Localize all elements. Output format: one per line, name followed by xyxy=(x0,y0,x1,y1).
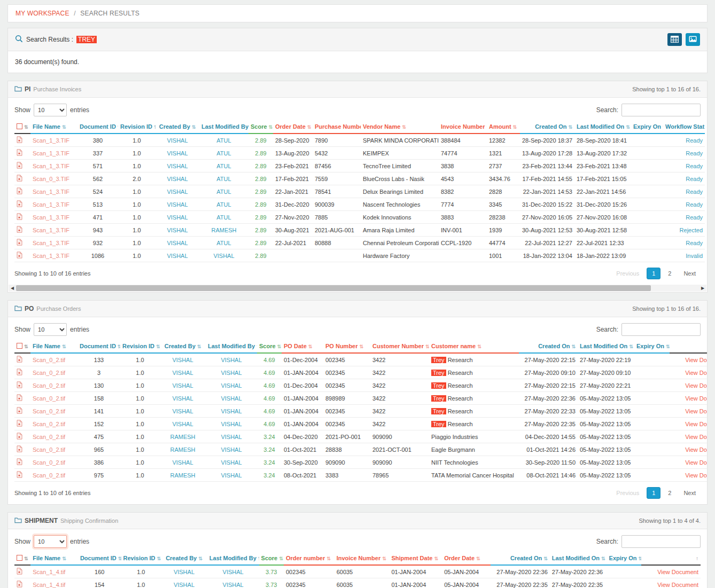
column-header-vendor-name[interactable]: Vendor Name⇅ xyxy=(361,121,439,134)
column-header-document-id[interactable]: Document ID⇅ xyxy=(77,341,120,353)
cell-view-document[interactable]: View Document xyxy=(670,405,707,418)
page-number-1[interactable]: 1 xyxy=(647,268,660,279)
document-file-icon[interactable] xyxy=(14,456,30,469)
cell-view-document[interactable]: View Document xyxy=(670,353,707,366)
column-header-created-by[interactable]: Created By⇅ xyxy=(160,341,206,353)
document-file-icon[interactable] xyxy=(14,578,30,588)
cell-file-name[interactable]: Scan_1_3.TIF xyxy=(30,134,77,147)
cell-file-name[interactable]: Scan_0_2.tif xyxy=(30,443,77,456)
document-file-icon[interactable] xyxy=(14,147,30,160)
column-header-po-date[interactable]: PO Date⇅ xyxy=(282,341,323,353)
document-file-icon[interactable] xyxy=(14,430,30,443)
cell-view-document[interactable]: View Document xyxy=(641,578,701,588)
column-header-last-modified-on[interactable]: Last Modified On⇅ xyxy=(578,341,634,353)
document-file-icon[interactable] xyxy=(14,392,30,405)
scroll-left-arrow-icon[interactable]: ◀ xyxy=(9,286,16,291)
document-file-icon[interactable] xyxy=(14,565,30,578)
page-size-select[interactable]: 10 xyxy=(34,104,67,116)
page-number-2[interactable]: 2 xyxy=(663,488,676,498)
column-header-customer-number[interactable]: Customer Number⇅ xyxy=(370,341,429,353)
column-header-last-modified-by[interactable]: Last Modified By⇅ xyxy=(206,341,257,353)
column-header-shipment-date[interactable]: Shipment Date⇅ xyxy=(389,553,442,565)
column-header-order-number[interactable]: Order number⇅ xyxy=(284,553,335,565)
select-all-checkbox[interactable] xyxy=(17,123,22,129)
page-size-select[interactable]: 10 xyxy=(34,535,67,548)
document-file-icon[interactable] xyxy=(14,469,30,482)
table-search-input[interactable] xyxy=(621,323,701,336)
column-header-score[interactable]: Score⇅ xyxy=(248,121,273,134)
document-file-icon[interactable] xyxy=(14,443,30,456)
page-number-1[interactable]: 1 xyxy=(647,487,660,499)
table-view-button[interactable] xyxy=(667,33,682,46)
document-file-icon[interactable] xyxy=(14,366,30,379)
cell-file-name[interactable]: Scan_1_3.TIF xyxy=(30,147,77,160)
cell-file-name[interactable]: Scan_1_3.TIF xyxy=(30,237,77,249)
cell-file-name[interactable]: Scan_0_2.tif xyxy=(30,469,77,482)
document-file-icon[interactable] xyxy=(14,249,30,262)
column-header-po-number[interactable]: PO Number⇅ xyxy=(323,341,370,353)
select-all-checkbox[interactable] xyxy=(17,343,22,349)
document-file-icon[interactable] xyxy=(14,198,30,211)
column-header-expiry-on[interactable]: Expiry On⇅ xyxy=(631,121,663,134)
column-header-invoice-number[interactable]: Invoice Number⇅ xyxy=(439,121,487,134)
document-file-icon[interactable] xyxy=(14,185,30,198)
document-file-icon[interactable] xyxy=(14,224,30,237)
column-header-file-name[interactable]: File Name⇅ xyxy=(30,121,77,134)
cell-file-name[interactable]: Scan_0_2.tif xyxy=(30,456,77,469)
cell-file-name[interactable]: Scan_0_2.tif xyxy=(30,366,77,379)
select-all-checkbox[interactable] xyxy=(17,555,22,561)
column-header-order-date[interactable]: Order Date⇅ xyxy=(273,121,313,134)
cell-view-document[interactable]: View Document xyxy=(670,392,707,405)
column-header-created-on[interactable]: Created On⇅ xyxy=(491,553,550,565)
column-header-invoice-number[interactable]: Invoice Number⇅ xyxy=(335,553,390,565)
cell-file-name[interactable]: Scan_1_3.TIF xyxy=(30,198,77,211)
page-size-select[interactable]: 10 xyxy=(34,323,67,336)
cell-view-document[interactable]: View Document xyxy=(670,430,707,443)
scroll-right-arrow-icon[interactable]: ▶ xyxy=(699,286,706,291)
document-file-icon[interactable] xyxy=(14,211,30,224)
cell-file-name[interactable]: Scan_1_3.TIF xyxy=(30,160,77,173)
cell-file-name[interactable]: Scan_0_3.TIF xyxy=(30,173,77,185)
page-number-2[interactable]: 2 xyxy=(663,268,676,279)
column-header-created-on[interactable]: Created On⇅ xyxy=(519,341,578,353)
next-page-button[interactable]: Next xyxy=(679,488,701,498)
cell-view-document[interactable]: View Document xyxy=(670,366,707,379)
scrollbar-thumb[interactable] xyxy=(16,285,651,291)
column-header-workflow-stat[interactable]: Workflow Stat⇅ xyxy=(663,121,705,134)
cell-view-document[interactable]: View Document xyxy=(670,469,707,482)
document-file-icon[interactable] xyxy=(14,173,30,185)
column-header-last-modified-on[interactable]: Last Modified On⇅ xyxy=(550,553,607,565)
column-header-document-id[interactable]: Document ID⇅ xyxy=(77,121,118,134)
column-header-file-name[interactable]: File Name⇅ xyxy=(30,341,77,353)
column-header-revision-id[interactable]: Revision ID⇅ xyxy=(120,341,160,353)
column-header-revision-id[interactable]: Revision ID⇅ xyxy=(118,121,156,134)
cell-file-name[interactable]: Scan_1_4.tif xyxy=(30,578,78,588)
table-search-input[interactable] xyxy=(621,104,701,116)
cell-file-name[interactable]: Scan_1_3.TIF xyxy=(30,249,77,262)
cell-view-document[interactable]: View Document xyxy=(670,379,707,392)
table-search-input[interactable] xyxy=(621,535,701,548)
column-header-score[interactable]: Score⇅ xyxy=(257,341,282,353)
next-page-button[interactable]: Next xyxy=(679,268,701,279)
cell-file-name[interactable]: Scan_1_4.tif xyxy=(30,565,78,578)
cell-file-name[interactable]: Scan_0_2.tif xyxy=(30,353,77,366)
document-file-icon[interactable] xyxy=(14,237,30,249)
document-file-icon[interactable] xyxy=(14,353,30,366)
cell-view-document[interactable]: View Document xyxy=(670,443,707,456)
column-header-expiry-on[interactable]: Expiry On⇅ xyxy=(634,341,670,353)
column-header-order-date[interactable]: Order Date⇅ xyxy=(442,553,491,565)
cell-view-document[interactable]: View Document xyxy=(641,565,701,578)
column-header-created-by[interactable]: Created By⇅ xyxy=(161,553,207,565)
column-header-customer-name[interactable]: Customer name⇅ xyxy=(429,341,519,353)
column-header-document-id[interactable]: Document ID⇅ xyxy=(78,553,121,565)
image-view-button[interactable] xyxy=(686,33,700,46)
column-header-created-by[interactable]: Created By⇅ xyxy=(156,121,199,134)
cell-view-document[interactable]: View Document xyxy=(670,418,707,430)
cell-file-name[interactable]: Scan_1_3.TIF xyxy=(30,211,77,224)
column-header-last-modified-on[interactable]: Last Modified On⇅ xyxy=(574,121,631,134)
document-file-icon[interactable] xyxy=(14,160,30,173)
horizontal-scrollbar[interactable]: ◀ ▶ xyxy=(9,285,706,292)
cell-file-name[interactable]: Scan_0_2.tif xyxy=(30,430,77,443)
cell-file-name[interactable]: Scan_0_2.tif xyxy=(30,392,77,405)
document-file-icon[interactable] xyxy=(14,379,30,392)
